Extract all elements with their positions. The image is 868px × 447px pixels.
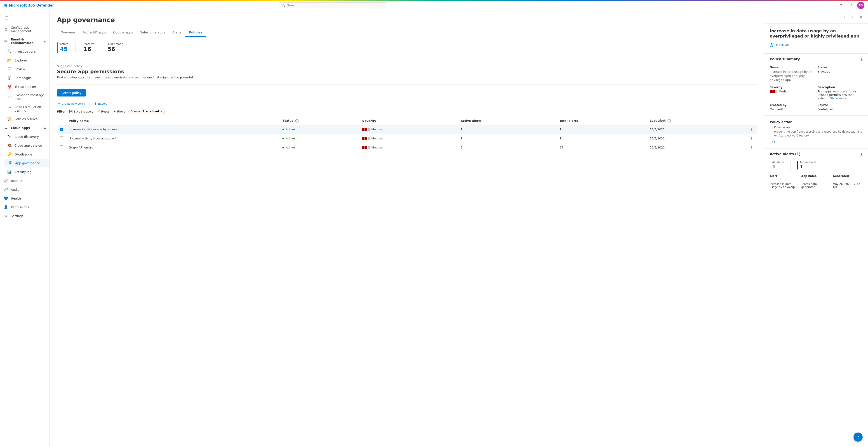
severity-bar-grey: [368, 137, 370, 140]
row-checkbox-cell[interactable]: [57, 143, 66, 152]
deactivate-button[interactable]: ⏻ Deactivate: [770, 42, 789, 48]
th-status[interactable]: Status i: [280, 117, 360, 125]
row-policy-name[interactable]: Increase in data usage by an ove...: [66, 125, 280, 134]
filters-btn[interactable]: ▼ Filters: [112, 109, 127, 114]
sidebar-section-cloud-apps[interactable]: ☁ Cloud apps ▲: [0, 123, 50, 132]
th-total-alerts[interactable]: Total alerts: [557, 117, 647, 125]
table-row[interactable]: Unusual activity from an app wit... Acti…: [57, 134, 757, 143]
row-checkbox[interactable]: ✓: [60, 128, 63, 131]
sidebar-item-health[interactable]: 💙 Health: [0, 194, 50, 203]
row-policy-name[interactable]: Graph API errors: [66, 143, 280, 152]
sidebar-section-email-collaboration[interactable]: ✉ Email & collaboration ▲: [0, 35, 50, 47]
tab-overview[interactable]: Overview: [57, 28, 79, 37]
sidebar-item-campaigns[interactable]: 📡 Campaigns: [4, 73, 50, 82]
reset-btn[interactable]: ↺ Reset: [96, 109, 110, 114]
th-policy-name[interactable]: Policy name: [66, 117, 280, 125]
th-active-alerts[interactable]: Active alerts: [458, 117, 557, 125]
row-checkbox-cell[interactable]: [57, 134, 66, 143]
pencil-icon: ✏: [58, 102, 60, 105]
source-predefined-chip[interactable]: Source: Predefined ✕: [128, 109, 165, 114]
row-checkbox[interactable]: [60, 136, 63, 140]
sidebar-item-explorer[interactable]: 📂 Explorer: [4, 56, 50, 65]
stat-audit-mode: Audit mode 56: [105, 42, 128, 53]
alerts-stats: All alerts 1 Active alerts 1: [770, 161, 863, 169]
show-more-link[interactable]: Show more: [830, 96, 846, 100]
status-info-icon[interactable]: i: [296, 119, 299, 123]
settings-icon-btn[interactable]: ⚙: [837, 2, 844, 9]
avatar[interactable]: RS: [857, 2, 864, 9]
panel-nav-up-btn[interactable]: ↑: [841, 13, 848, 21]
severity-bar: [772, 90, 775, 93]
table-row[interactable]: Graph API errors Active: [57, 143, 757, 152]
stat-active-label: Active: [60, 42, 68, 46]
sidebar-item-investigations[interactable]: 🔍 Investigations: [4, 47, 50, 56]
help-button[interactable]: ?: [854, 433, 863, 442]
export-btn[interactable]: ⬇ Export: [93, 101, 107, 106]
col-label-last-alert: Last alert: [650, 119, 665, 122]
active-alerts-section-header[interactable]: Active alerts (1) ▲: [764, 150, 868, 158]
tab-salesforce-apps[interactable]: Salesforce apps: [136, 28, 169, 37]
sidebar-item-settings[interactable]: ⚙ Settings: [0, 212, 50, 220]
reset-label: Reset: [101, 110, 109, 113]
disable-app-checkbox[interactable]: [770, 126, 772, 129]
row-policy-name[interactable]: Unusual activity from an app wit...: [66, 134, 280, 143]
help-icon-btn[interactable]: ?: [847, 2, 855, 9]
stat-inactive-value: 16: [84, 46, 94, 53]
chip-remove-icon[interactable]: ✕: [160, 110, 162, 113]
tab-google-apps[interactable]: Google apps: [110, 28, 136, 37]
table-row[interactable]: ✓ Increase in data usage by an ove... Ac…: [57, 125, 757, 134]
cloud-apps-icon: ☁: [4, 126, 8, 130]
panel-close-btn[interactable]: ✕: [857, 13, 864, 21]
row-checkbox[interactable]: [60, 145, 63, 149]
panel-nav-down-btn[interactable]: ↓: [849, 13, 856, 21]
row-checkbox-cell[interactable]: ✓: [57, 125, 66, 134]
sidebar-item-label: Threat tracker: [14, 85, 46, 89]
sidebar: ☰ ⚙ Configuration management ✉ Email & c…: [0, 11, 50, 447]
sidebar-item-review[interactable]: 📋 Review: [4, 65, 50, 73]
sidebar-item-attack-simulation[interactable]: 🛡 Attack simulation training: [4, 103, 50, 115]
sidebar-item-app-governance[interactable]: 🏛 App governance: [4, 159, 50, 167]
tab-azure-ad-apps[interactable]: Azure AD apps: [79, 28, 110, 37]
sidebar-item-label: Exchange message trace: [14, 93, 46, 101]
row-status: Active: [280, 134, 360, 143]
sidebar-item-reports[interactable]: 📈 Reports: [0, 176, 50, 185]
alerts-table-row[interactable]: Increase in data usage by an overp... Te…: [770, 181, 863, 190]
sidebar-item-permissions[interactable]: 👤 Permissions: [0, 203, 50, 212]
tab-policies[interactable]: Policies: [185, 28, 206, 37]
alert-col-generated: Generated: [833, 174, 863, 178]
sidebar-item-configuration-management[interactable]: ⚙ Configuration management: [0, 24, 50, 35]
grid-icon: ⊞: [4, 3, 7, 8]
search-input[interactable]: [287, 4, 385, 7]
create-new-policy-btn[interactable]: ✏ Create new policy: [57, 101, 86, 106]
row-actions-btn[interactable]: ⋮: [746, 143, 757, 152]
more-options-icon[interactable]: ⋮: [749, 135, 754, 141]
create-policy-button[interactable]: Create policy: [57, 89, 86, 96]
row-actions-btn[interactable]: ⋮: [746, 125, 757, 134]
th-last-alert[interactable]: Last alert i: [647, 117, 746, 125]
severity-bar-grey: [368, 146, 370, 149]
sidebar-item-oauth-apps[interactable]: 🔑 OAuth apps: [4, 150, 50, 159]
sidebar-toggle-btn[interactable]: ☰: [2, 13, 11, 23]
created-by-label: Created by: [770, 103, 815, 107]
sidebar-item-threat-tracker[interactable]: 🎯 Threat tracker: [4, 82, 50, 91]
policy-summary-section-header[interactable]: Policy summary ▲: [764, 55, 868, 63]
field-status: Status Active: [817, 66, 863, 82]
save-query-btn[interactable]: 💾 Save the query: [68, 109, 94, 114]
row-actions-btn[interactable]: ⋮: [746, 134, 757, 143]
sidebar-item-exchange-message-trace[interactable]: 📨 Exchange message trace: [4, 91, 50, 103]
sidebar-item-cloud-discovery[interactable]: 🔭 Cloud discovery: [4, 132, 50, 141]
th-severity[interactable]: Severity: [360, 117, 458, 125]
tab-alerts[interactable]: Alerts: [169, 28, 185, 37]
sidebar-item-cloud-app-catalog[interactable]: 📚 Cloud app catalog: [4, 141, 50, 150]
last-alert-info-icon[interactable]: i: [668, 119, 671, 123]
sidebar-item-activity-log[interactable]: 📊 Activity log: [4, 167, 50, 176]
more-options-icon[interactable]: ⋮: [749, 126, 754, 132]
topbar-search[interactable]: 🔍: [279, 2, 388, 8]
edit-link[interactable]: Edit: [770, 140, 775, 144]
sidebar-item-audit[interactable]: 🔎 Audit: [0, 185, 50, 194]
campaigns-icon: 📡: [7, 76, 12, 80]
sidebar-item-policies-rules[interactable]: 📜 Policies & rules: [4, 115, 50, 123]
row-last-alert: 26/5/2022: [647, 143, 746, 152]
status-green-dot: [817, 71, 819, 72]
more-options-icon[interactable]: ⋮: [749, 145, 754, 151]
